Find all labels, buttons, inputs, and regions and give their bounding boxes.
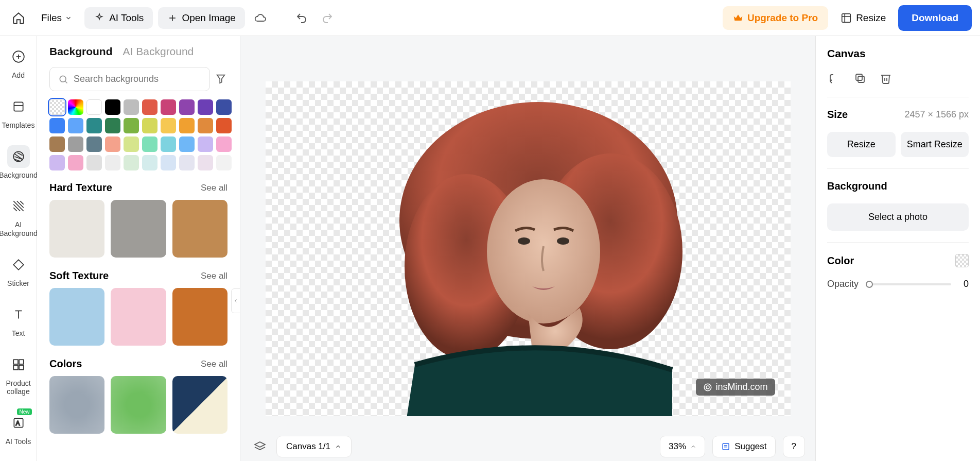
color-swatch[interactable]	[161, 155, 176, 170]
color-swatch[interactable]	[86, 136, 102, 152]
color-swatch[interactable]	[198, 118, 213, 133]
see-all-soft[interactable]: See all	[201, 271, 227, 281]
color-swatch[interactable]	[161, 99, 176, 115]
redo-button[interactable]	[317, 8, 338, 28]
resize-button[interactable]: Resize	[827, 132, 896, 157]
ai-background-icon	[12, 199, 25, 213]
color-swatch[interactable]	[142, 118, 157, 133]
open-image-button[interactable]: Open Image	[158, 7, 245, 29]
see-all-colors[interactable]: See all	[201, 359, 227, 369]
bottom-bar: Canvas 1/1 33% Suggest ?	[240, 432, 815, 461]
sidebar-item-ai-background[interactable]: AI Background	[0, 192, 37, 241]
color-swatch[interactable]	[161, 136, 176, 152]
canvas-frame[interactable]: insMind.com	[266, 81, 791, 416]
color-swatch[interactable]	[216, 99, 232, 115]
color-swatch[interactable]	[198, 99, 213, 115]
color-swatch[interactable]	[68, 155, 83, 170]
slider-thumb[interactable]	[866, 281, 873, 288]
svg-rect-32	[858, 76, 864, 82]
ai-tools-button[interactable]: AI Tools	[84, 7, 153, 29]
color-swatch[interactable]	[179, 155, 195, 170]
color-swatch[interactable]	[68, 99, 83, 115]
color-swatch[interactable]	[216, 136, 232, 152]
color-swatch[interactable]	[124, 99, 139, 115]
duplicate-button[interactable]	[853, 71, 867, 86]
texture-thumb[interactable]	[111, 376, 166, 434]
texture-thumb[interactable]	[172, 376, 227, 434]
sidebar-item-product-collage[interactable]: Product collage	[0, 350, 37, 400]
tab-background[interactable]: Background	[49, 45, 113, 58]
sidebar-item-add[interactable]: Add	[0, 42, 37, 83]
color-swatch[interactable]	[49, 155, 65, 170]
color-swatch[interactable]	[86, 118, 102, 133]
color-swatch[interactable]	[124, 118, 139, 133]
sidebar-item-templates[interactable]: Templates	[0, 92, 37, 133]
color-swatch[interactable]	[86, 99, 102, 115]
color-swatch[interactable]	[198, 155, 213, 170]
color-swatch[interactable]	[179, 136, 195, 152]
sidebar-item-background[interactable]: Background	[0, 142, 37, 183]
color-swatch[interactable]	[179, 118, 195, 133]
color-swatch[interactable]	[216, 118, 232, 133]
color-swatch[interactable]	[142, 155, 157, 170]
smart-resize-button[interactable]: Smart Resize	[901, 132, 969, 157]
texture-thumb[interactable]	[172, 288, 227, 346]
texture-thumb[interactable]	[111, 200, 166, 258]
canvas-selector[interactable]: Canvas 1/1	[276, 436, 352, 457]
color-swatch[interactable]	[161, 118, 176, 133]
chevron-left-icon	[233, 297, 238, 304]
filter-button[interactable]	[215, 73, 227, 86]
search-input[interactable]	[74, 74, 201, 84]
resize-top-button[interactable]: Resize	[833, 7, 893, 29]
collapse-panel-handle[interactable]	[231, 288, 240, 313]
suggest-button[interactable]: Suggest	[712, 436, 775, 457]
sidebar-item-ai-tools[interactable]: A New AI Tools	[0, 408, 37, 449]
sidebar-item-sticker[interactable]: Sticker	[0, 250, 37, 291]
color-swatch[interactable]	[49, 99, 65, 115]
color-swatch[interactable]	[124, 155, 139, 170]
color-swatch[interactable]	[124, 136, 139, 152]
help-button[interactable]: ?	[783, 436, 805, 457]
color-swatch[interactable]	[179, 99, 195, 115]
color-swatch[interactable]	[105, 99, 120, 115]
texture-thumb[interactable]	[49, 288, 104, 346]
color-swatch[interactable]	[105, 155, 120, 170]
search-box[interactable]	[49, 67, 210, 91]
tab-ai-background[interactable]: AI Background	[123, 45, 194, 58]
layers-button[interactable]	[251, 437, 269, 456]
undo-button[interactable]	[291, 8, 312, 28]
color-swatch[interactable]	[142, 136, 157, 152]
see-all-hard[interactable]: See all	[201, 183, 227, 193]
color-swatch[interactable]	[216, 155, 232, 170]
select-photo-button[interactable]: Select a photo	[827, 203, 969, 231]
color-swatch[interactable]	[49, 118, 65, 133]
svg-rect-11	[13, 360, 18, 364]
cloud-sync-button[interactable]	[250, 8, 271, 28]
color-swatch[interactable]	[68, 118, 83, 133]
texture-thumb[interactable]	[49, 376, 104, 434]
svg-rect-12	[19, 360, 24, 364]
zoom-control[interactable]: 33%	[660, 436, 705, 457]
delete-button[interactable]	[879, 71, 893, 86]
sidebar-item-upload[interactable]	[0, 458, 37, 461]
opacity-value: 0	[958, 279, 969, 289]
files-menu[interactable]: Files	[34, 8, 79, 28]
color-swatch[interactable]	[105, 118, 120, 133]
texture-thumb[interactable]	[111, 288, 166, 346]
color-swatch[interactable]	[86, 155, 102, 170]
color-swatch[interactable]	[142, 99, 157, 115]
flip-button[interactable]	[827, 71, 842, 86]
texture-thumb[interactable]	[172, 200, 227, 258]
upgrade-button[interactable]: Upgrade to Pro	[723, 6, 828, 30]
color-swatch[interactable]	[49, 136, 65, 152]
cloud-icon	[254, 12, 267, 24]
color-swatch[interactable]	[198, 136, 213, 152]
sidebar-item-text[interactable]: Text	[0, 300, 37, 341]
download-button[interactable]: Download	[898, 5, 972, 31]
color-swatch[interactable]	[68, 136, 83, 152]
color-picker[interactable]	[955, 254, 969, 267]
home-button[interactable]	[8, 8, 29, 28]
color-swatch[interactable]	[105, 136, 120, 152]
texture-thumb[interactable]	[49, 200, 104, 258]
opacity-slider[interactable]	[866, 283, 951, 285]
